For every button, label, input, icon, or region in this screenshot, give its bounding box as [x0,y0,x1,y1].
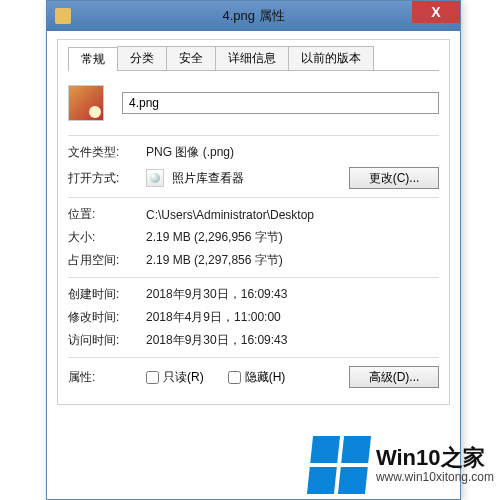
hidden-checkbox[interactable] [228,371,241,384]
readonly-checkbox[interactable] [146,371,159,384]
label-size: 大小: [68,229,146,246]
label-created: 创建时间: [68,286,146,303]
dialog-body: 常规 分类 安全 详细信息 以前的版本 文件类型: PNG 图像 (.png) … [57,39,450,405]
value-file-type: PNG 图像 (.png) [146,144,439,161]
tab-details[interactable]: 详细信息 [215,46,289,70]
tab-categories[interactable]: 分类 [117,46,167,70]
separator [68,135,439,136]
row-size-on-disk: 占用空间: 2.19 MB (2,297,856 字节) [68,252,439,269]
advanced-button[interactable]: 高级(D)... [349,366,439,388]
label-attributes: 属性: [68,369,146,386]
change-button[interactable]: 更改(C)... [349,167,439,189]
label-location: 位置: [68,206,146,223]
filename-input[interactable] [122,92,439,114]
row-size: 大小: 2.19 MB (2,296,956 字节) [68,229,439,246]
value-size: 2.19 MB (2,296,956 字节) [146,229,439,246]
separator [68,357,439,358]
hidden-label: 隐藏(H) [245,369,286,386]
value-open-with: 照片库查看器 [172,170,244,187]
separator [68,277,439,278]
tab-previous-versions[interactable]: 以前的版本 [288,46,374,70]
value-location: C:\Users\Administrator\Desktop [146,208,439,222]
row-file-type: 文件类型: PNG 图像 (.png) [68,144,439,161]
window-title: 4.png 属性 [47,7,460,25]
label-size-on-disk: 占用空间: [68,252,146,269]
properties-window: 4.png 属性 X 常规 分类 安全 详细信息 以前的版本 文件类型: PNG… [46,0,461,500]
row-accessed: 访问时间: 2018年9月30日，16:09:43 [68,332,439,349]
close-icon: X [431,4,440,20]
value-created: 2018年9月30日，16:09:43 [146,286,439,303]
value-accessed: 2018年9月30日，16:09:43 [146,332,439,349]
titlebar[interactable]: 4.png 属性 X [47,1,460,31]
tab-general[interactable]: 常规 [68,47,118,71]
tab-security[interactable]: 安全 [166,46,216,70]
row-open-with: 打开方式: 照片库查看器 更改(C)... [68,167,439,189]
label-accessed: 访问时间: [68,332,146,349]
row-created: 创建时间: 2018年9月30日，16:09:43 [68,286,439,303]
readonly-checkbox-wrap[interactable]: 只读(R) [146,369,204,386]
close-button[interactable]: X [412,1,460,23]
value-size-on-disk: 2.19 MB (2,297,856 字节) [146,252,439,269]
photo-viewer-icon [146,169,164,187]
label-open-with: 打开方式: [68,170,146,187]
hidden-checkbox-wrap[interactable]: 隐藏(H) [228,369,286,386]
readonly-label: 只读(R) [163,369,204,386]
row-modified: 修改时间: 2018年4月9日，11:00:00 [68,309,439,326]
file-preview-icon [68,85,104,121]
label-file-type: 文件类型: [68,144,146,161]
row-location: 位置: C:\Users\Administrator\Desktop [68,206,439,223]
row-attributes: 属性: 只读(R) 隐藏(H) 高级(D)... [68,366,439,388]
tab-strip: 常规 分类 安全 详细信息 以前的版本 [68,46,439,71]
separator [68,197,439,198]
value-modified: 2018年4月9日，11:00:00 [146,309,439,326]
file-name-row [68,85,439,121]
label-modified: 修改时间: [68,309,146,326]
